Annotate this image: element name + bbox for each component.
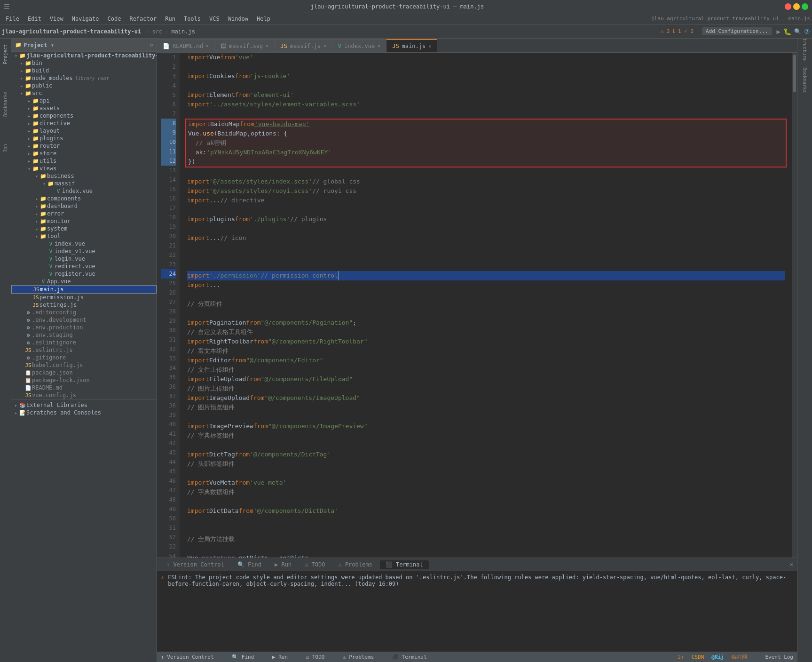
tab-main-js[interactable]: JS main.js × <box>386 39 437 52</box>
tree-views-components[interactable]: ▸ 📁 components <box>11 195 157 202</box>
tree-app-vue[interactable]: ▸ V App.vue <box>11 278 157 285</box>
tree-env-staging[interactable]: ▸ ⚙ .env.staging <box>11 331 157 339</box>
tree-readme[interactable]: ▸ 📄 README.md <box>11 384 157 391</box>
event-log[interactable]: Event Log <box>765 654 793 660</box>
tree-directive[interactable]: ▸ 📁 directive <box>11 120 157 127</box>
tree-redirect[interactable]: ▸ V redirect.vue <box>11 263 157 270</box>
tree-massif-index[interactable]: ▸ V index.vue <box>11 187 157 195</box>
tree-eslintignore[interactable]: ▸ ⚙ .eslintignore <box>11 339 157 346</box>
tree-gitignore[interactable]: ▸ ⚙ .gitignore <box>11 354 157 361</box>
menu-item-navigate[interactable]: Navigate <box>68 15 103 23</box>
app-name: jlau-agricultural-product-traceability-u… <box>2 28 141 35</box>
tree-vue-config[interactable]: ▸ JS vue.config.js <box>11 391 157 399</box>
tree-src[interactable]: ▾ 📁 src <box>11 89 157 97</box>
tree-main-js[interactable]: ▸ JS main.js <box>11 285 157 294</box>
tree-layout[interactable]: ▸ 📁 layout <box>11 127 157 135</box>
tree-env-dev[interactable]: ▸ ⚙ .env.development <box>11 316 157 324</box>
tree-monitor[interactable]: ▸ 📁 monitor <box>11 217 157 225</box>
tree-package-json[interactable]: ▸ 📋 package.json <box>11 369 157 376</box>
version-control-status: ↑ Version Control <box>161 654 214 660</box>
debug-button[interactable]: 🐛 <box>783 28 791 35</box>
tree-register[interactable]: ▸ V register.vue <box>11 270 157 278</box>
project-tab[interactable]: Project <box>1 40 10 68</box>
tree-node-modules[interactable]: ▸ 📁 node_modules library root <box>11 74 157 82</box>
menu-item-edit[interactable]: Edit <box>24 15 45 23</box>
menu-item-code[interactable]: Code <box>104 15 125 23</box>
tree-root[interactable]: ▾ 📁 jlau-agricultural-product-traceabili… <box>11 52 157 59</box>
tab-readme[interactable]: 📄 README.md × <box>157 39 215 52</box>
tree-tool-index-v1[interactable]: ▸ V index_v1.vue <box>11 247 157 255</box>
tree-login[interactable]: ▸ V login.vue <box>11 255 157 263</box>
tree-bin[interactable]: ▸ 📁 bin <box>11 59 157 67</box>
menu-item-window[interactable]: Window <box>224 15 252 23</box>
editor-scrollbar[interactable] <box>792 53 797 558</box>
menu-item-refactor[interactable]: Refactor <box>126 15 160 23</box>
tree-public[interactable]: ▸ 📁 public <box>11 82 157 89</box>
search-button[interactable]: 🔍 <box>794 28 801 35</box>
biancheng-link[interactable]: 编程网 <box>732 654 747 661</box>
tab-index-vue[interactable]: V index.vue × <box>332 39 386 52</box>
tree-utils[interactable]: ▸ 📁 utils <box>11 157 157 165</box>
tree-massif[interactable]: ▾ 📁 massif <box>11 180 157 187</box>
tree-assets[interactable]: ▸ 📁 assets <box>11 104 157 112</box>
bottom-tab-problems[interactable]: ⚠ Problems <box>332 560 378 569</box>
sidebar-tree: ▾ 📁 jlau-agricultural-product-traceabili… <box>11 52 157 662</box>
tree-store[interactable]: ▸ 📁 store <box>11 150 157 157</box>
close-button[interactable] <box>785 3 791 10</box>
tab-massif-svg[interactable]: 🖼 massif.svg × <box>215 39 275 52</box>
tree-env-prod[interactable]: ▸ ⚙ .env.production <box>11 324 157 331</box>
code-line-47: // 字典数据组件 <box>187 487 785 497</box>
tree-editorconfig[interactable]: ▸ ⚙ .editorconfig <box>11 309 157 316</box>
tree-external-libs[interactable]: ▸ 📚 External Libraries <box>11 401 157 409</box>
menu-item-run[interactable]: Run <box>161 15 179 23</box>
project-sidebar: 📁 Project ▾ ⚙ ▾ 📁 jlau-agricultural-prod… <box>11 39 157 662</box>
tree-eslintrc[interactable]: ▸ JS .eslintrc.js <box>11 346 157 354</box>
tree-error[interactable]: ▸ 📁 error <box>11 210 157 217</box>
code-line-20: import ... // icon <box>187 233 785 243</box>
tree-views[interactable]: ▾ 📁 views <box>11 165 157 172</box>
eslint-error-message: ⚠ ESLint: The project code style and edi… <box>161 573 793 588</box>
bottom-tab-run[interactable]: ▶ Run <box>269 560 297 569</box>
run-button[interactable]: ▶ <box>777 28 780 35</box>
right-sidebar-bookmarks[interactable]: Bookmarks <box>799 74 811 86</box>
tree-components[interactable]: ▸ 📁 components <box>11 112 157 120</box>
tree-system[interactable]: ▸ 📁 system <box>11 225 157 232</box>
tree-build[interactable]: ▸ 📁 build <box>11 67 157 74</box>
add-config-button[interactable]: Add Configuration... <box>702 27 772 35</box>
tree-permission-js[interactable]: ▸ JS permission.js <box>11 294 157 301</box>
tree-dashboard[interactable]: ▸ 📁 dashboard <box>11 202 157 210</box>
menu-item-file[interactable]: File <box>2 15 23 23</box>
tree-plugins[interactable]: ▸ 📁 plugins <box>11 135 157 142</box>
bottom-tab-terminal[interactable]: ⬛ Terminal <box>380 560 429 569</box>
menu-item-tools[interactable]: Tools <box>180 15 205 23</box>
git-button[interactable]: ⑦ <box>804 28 810 35</box>
sidebar-settings-icon[interactable]: ⚙ <box>150 42 153 48</box>
tab-massif-js[interactable]: JS massif.js × <box>275 39 332 52</box>
minimize-button[interactable] <box>793 3 800 10</box>
tree-business[interactable]: ▾ 📁 business <box>11 172 157 180</box>
code-editor[interactable]: 12345 678 9 10 11 12 1314151617 18192021… <box>157 53 797 558</box>
bottom-tab-todo[interactable]: ☑ TODO <box>299 560 331 569</box>
tree-babel-config[interactable]: ▸ JS babel.config.js <box>11 361 157 369</box>
code-line-23 <box>187 262 785 271</box>
tree-settings-js[interactable]: ▸ JS settings.js <box>11 301 157 309</box>
tree-tool[interactable]: ▾ 📁 tool <box>11 232 157 240</box>
menu-item-view[interactable]: View <box>46 15 67 23</box>
jpn-tab[interactable]: Jpn <box>1 140 10 156</box>
tree-tool-index[interactable]: ▸ V index.vue <box>11 240 157 247</box>
bottom-tab-find[interactable]: 🔍 Find <box>232 560 267 569</box>
menu-item-vcs[interactable]: VCS <box>205 15 223 23</box>
tree-api[interactable]: ▸ 📁 api <box>11 97 157 104</box>
code-content[interactable]: import Vue from 'vue' import Cookies fro… <box>180 53 792 558</box>
tree-package-lock[interactable]: ▸ 📋 package-lock.json <box>11 376 157 384</box>
right-sidebar-structure[interactable]: Structure <box>799 42 811 54</box>
menu-item-help[interactable]: Help <box>253 15 274 23</box>
bottom-tab-version-control[interactable]: ↑ Version Control <box>161 560 230 569</box>
csdn-link[interactable]: CSDN <box>692 654 704 660</box>
bookmarks-tab[interactable]: Bookmarks <box>1 88 10 120</box>
maximize-button[interactable] <box>802 3 808 10</box>
tree-scratches[interactable]: ▸ 📝 Scratches and Consoles <box>11 409 157 416</box>
bottom-panel-close[interactable]: × <box>790 561 793 568</box>
tree-router[interactable]: ▸ 📁 router <box>11 142 157 150</box>
sidebar-header: 📁 Project ▾ ⚙ <box>11 39 157 52</box>
